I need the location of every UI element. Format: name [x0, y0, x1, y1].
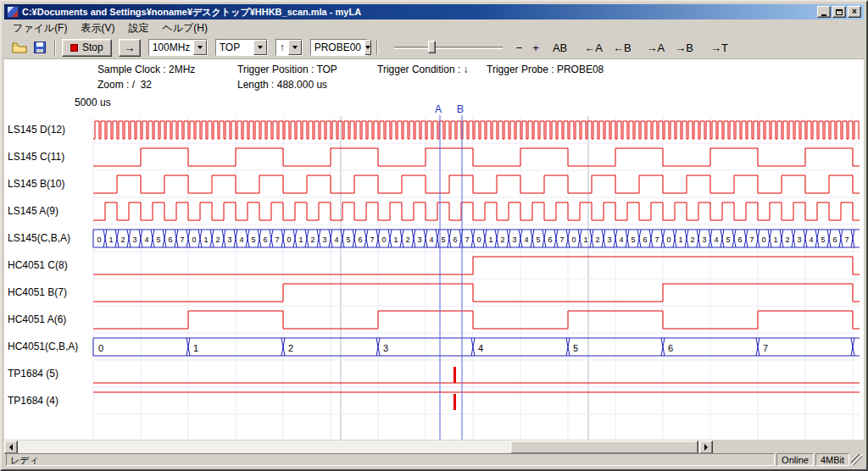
maximize-icon	[836, 9, 843, 15]
zoom-slider[interactable]	[394, 39, 503, 56]
probe-value: PROBE00	[311, 42, 364, 53]
window-controls: ×	[817, 6, 861, 18]
trigger-probe-info: Trigger Probe : PROBE08	[487, 64, 604, 75]
zoom-out-button[interactable]: −	[513, 41, 526, 55]
waveform-area[interactable]	[93, 112, 860, 442]
trigger-position-info: Trigger Position : TOP	[237, 64, 337, 75]
goto-b-left-button[interactable]: ←B	[609, 41, 635, 55]
toolbar: Stop → 100MHz TOP ↑ PROBE00 − + AB ←A	[4, 36, 864, 59]
length-info: Length : 488.000 us	[237, 79, 327, 91]
channel-label: LS145 A(9)	[8, 205, 58, 217]
close-icon: ×	[852, 8, 857, 16]
time-per-div-label: 5000 us	[75, 97, 111, 108]
stop-icon	[70, 44, 78, 52]
save-button[interactable]	[30, 39, 50, 56]
run-button[interactable]: →	[119, 39, 141, 57]
stop-button[interactable]: Stop	[62, 39, 112, 57]
channel-label: TP1684 (5)	[8, 368, 58, 380]
open-file-button[interactable]	[9, 39, 30, 56]
trigger-position-combobox[interactable]: TOP	[215, 39, 268, 56]
chevron-down-icon[interactable]	[253, 40, 267, 55]
window-title: C:¥Documents and Settings¥noname¥デスクトップ¥…	[22, 6, 817, 19]
channel-label: HC4051 A(6)	[8, 313, 66, 325]
trigger-edge-combobox[interactable]: ↑	[275, 39, 303, 56]
channel-label: HC4051 C(8)	[8, 259, 68, 271]
toolbar-separator	[54, 40, 56, 55]
triangle-right-icon	[704, 444, 708, 451]
minimize-icon	[821, 14, 826, 16]
run-arrow-icon: →	[124, 41, 136, 54]
maximize-button[interactable]	[832, 6, 846, 18]
resize-grip[interactable]	[851, 454, 862, 465]
channel-label: LS145 D(12)	[8, 124, 65, 136]
stop-button-label: Stop	[82, 42, 103, 53]
triangle-left-icon	[9, 444, 13, 451]
minimize-button[interactable]	[817, 6, 831, 18]
goto-a-left-button[interactable]: ←A	[581, 41, 606, 55]
channel-label: HC4051(C,B,A)	[8, 341, 78, 352]
menu-view[interactable]: 表示(V)	[74, 19, 121, 37]
status-online: Online	[776, 453, 814, 466]
channel-label: LS145 C(11)	[8, 151, 64, 163]
goto-b-right-button[interactable]: →B	[671, 41, 697, 55]
status-message: レディ	[6, 453, 775, 466]
slider-thumb[interactable]	[428, 41, 436, 53]
trigger-edge-value: ↑	[276, 42, 288, 53]
ab-button[interactable]: AB	[549, 41, 570, 55]
chevron-down-icon[interactable]	[288, 40, 302, 55]
slider-track	[394, 47, 503, 49]
menu-help[interactable]: ヘルプ(H)	[155, 19, 214, 37]
menu-settings[interactable]: 設定	[121, 19, 155, 37]
folder-open-icon	[12, 42, 27, 53]
status-memory: 4MBit	[815, 453, 849, 466]
goto-a-right-button[interactable]: →A	[643, 41, 669, 55]
app-window: C:¥Documents and Settings¥noname¥デスクトップ¥…	[0, 0, 868, 471]
sample-clock-value: 100MHz	[149, 42, 194, 53]
channel-label: TP1684 (4)	[8, 395, 58, 407]
sample-clock-combobox[interactable]: 100MHz	[148, 39, 208, 56]
trigger-condition-info: Trigger Condition : ↓	[377, 64, 469, 75]
trigger-position-value: TOP	[216, 42, 253, 53]
channel-label: HC4051 B(7)	[8, 286, 67, 298]
zoom-in-button[interactable]: +	[529, 41, 542, 55]
chevron-down-icon[interactable]	[364, 40, 371, 55]
menu-bar: ファイル(F) 表示(V) 設定 ヘルプ(H)	[4, 19, 864, 36]
status-bar: レディ Online 4MBit	[4, 452, 864, 467]
chevron-down-icon[interactable]	[193, 40, 206, 55]
close-button[interactable]: ×	[848, 6, 861, 18]
title-bar[interactable]: C:¥Documents and Settings¥noname¥デスクトップ¥…	[4, 4, 864, 19]
floppy-icon	[34, 42, 46, 53]
probe-combobox[interactable]: PROBE00	[310, 39, 368, 56]
sample-clock-info: Sample Clock : 2MHz	[97, 64, 195, 75]
channel-label: LS145(C,B,A)	[8, 232, 70, 244]
channel-label: LS145 B(10)	[8, 178, 64, 190]
zoom-info: Zoom : / 32	[97, 79, 152, 91]
app-icon	[7, 6, 19, 18]
menu-file[interactable]: ファイル(F)	[6, 19, 74, 37]
goto-trigger-button[interactable]: →T	[707, 41, 732, 55]
toolbar-separator	[376, 40, 378, 55]
